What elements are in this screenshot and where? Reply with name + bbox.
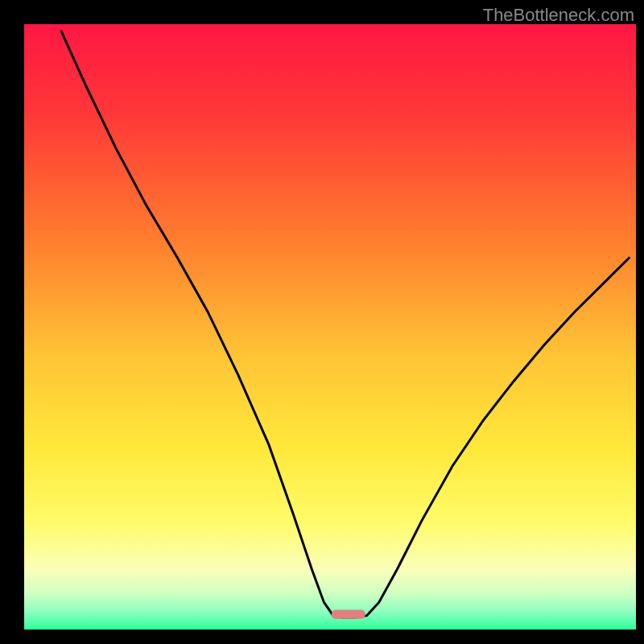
optimal-marker (332, 610, 365, 619)
plot-background (24, 24, 636, 630)
watermark-text: TheBottleneck.com (483, 5, 634, 26)
chart-container: TheBottleneck.com (0, 0, 644, 644)
bottleneck-chart (0, 0, 644, 644)
